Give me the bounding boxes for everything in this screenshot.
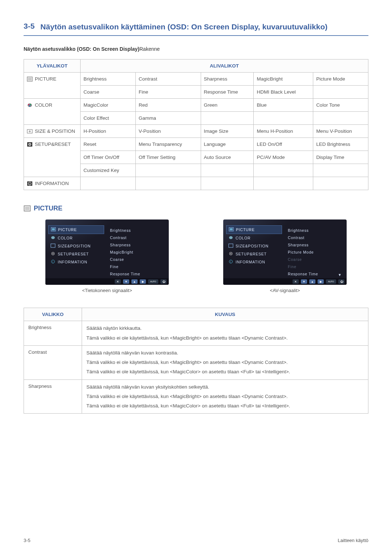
osd-sub-item: Coarse bbox=[110, 256, 166, 263]
info-icon: i bbox=[228, 259, 233, 264]
footer-right: Laitteen käyttö bbox=[338, 538, 368, 543]
svg-point-17 bbox=[51, 236, 55, 239]
footer-left: 3-5 bbox=[24, 538, 30, 543]
enter-icon: ▶ bbox=[318, 279, 324, 284]
power-icon: ⏻ bbox=[160, 279, 167, 284]
osd-sub-item: MagicBright bbox=[110, 249, 166, 256]
info-icon: i bbox=[50, 259, 56, 264]
color-icon bbox=[27, 103, 33, 108]
svg-point-25 bbox=[229, 236, 233, 239]
svg-rect-16 bbox=[52, 228, 55, 230]
gear-icon bbox=[228, 251, 233, 256]
osd-menu-item: PICTURE bbox=[226, 225, 282, 234]
osd-sub-item: Contrast bbox=[288, 234, 344, 241]
section-picture-heading: PICTURE bbox=[24, 205, 368, 212]
subheading-normal: Rakenne bbox=[139, 46, 160, 52]
picture-icon bbox=[24, 205, 31, 212]
osd-sub-item: Brightness bbox=[288, 227, 344, 234]
table-header-menu: VALIKKO bbox=[24, 308, 82, 321]
subheading: Näytön asetusvalikko (OSD: On Screen Dis… bbox=[24, 46, 368, 52]
close-icon: ✕ bbox=[293, 279, 299, 284]
picture-icon bbox=[229, 227, 234, 231]
table-row: SETUP&RESET Reset Menu Transparency Lang… bbox=[24, 138, 368, 151]
osd-menu-item: SETUP&RESET bbox=[226, 250, 282, 258]
menu-picture-label: PICTURE bbox=[27, 76, 77, 82]
osd-sub-item: Sharpness bbox=[288, 241, 344, 249]
menu-setup-label: SETUP&RESET bbox=[27, 141, 77, 147]
menu-structure-table: YLÄVALIKOT ALIVALIKOT PICTURE Brightness… bbox=[24, 59, 368, 190]
menu-name: Sharpness bbox=[24, 379, 82, 414]
svg-rect-1 bbox=[28, 78, 32, 81]
description-table: VALIKKO KUVAUS Brightness Säätää näytön … bbox=[24, 308, 368, 414]
osd-menu-item: COLOR bbox=[226, 234, 282, 242]
table-header-top: YLÄVALIKOT bbox=[24, 59, 81, 73]
section-title: Näytön asetusvalikon käyttäminen (OSD: O… bbox=[40, 22, 327, 32]
table-row: COLOR MagicColor Red Green Blue Color To… bbox=[24, 99, 368, 112]
svg-text:i: i bbox=[53, 260, 53, 263]
power-icon: ⏻ bbox=[338, 279, 344, 284]
text: INFORMATION bbox=[35, 181, 69, 186]
menu-size-label: SIZE & POSITION bbox=[27, 128, 77, 134]
info-icon: i bbox=[27, 181, 33, 186]
osd-av-preview: PICTURE COLOR SIZE&POSITION SETUP&RESET … bbox=[223, 219, 347, 293]
page-title: 3-5 Näytön asetusvalikon käyttäminen (OS… bbox=[24, 22, 368, 36]
gear-icon bbox=[27, 142, 33, 147]
svg-point-5 bbox=[29, 106, 30, 107]
down-icon: ▼ bbox=[123, 279, 129, 284]
enter-icon: ▶ bbox=[140, 279, 146, 284]
table-row: PICTURE Brightness Contrast Sharpness Ma… bbox=[24, 73, 368, 86]
gear-icon bbox=[50, 251, 56, 256]
menu-desc: Säätää näytöllä näkyvän kuvan yksityisko… bbox=[82, 379, 368, 414]
osd-menu-item: SETUP&RESET bbox=[48, 250, 104, 258]
menu-desc: Säätää näytön kirkkautta. Tämä valikko e… bbox=[82, 321, 368, 346]
table-header-desc: KUVAUS bbox=[82, 308, 368, 321]
section-number: 3-5 bbox=[24, 22, 34, 30]
svg-rect-24 bbox=[230, 228, 233, 230]
svg-point-4 bbox=[30, 104, 31, 105]
table-row: Brightness Säätää näytön kirkkautta. Täm… bbox=[24, 321, 368, 346]
page-footer: 3-5 Laitteen käyttö bbox=[24, 538, 368, 543]
subheading-bold: Näytön asetusvalikko (OSD: On Screen Dis… bbox=[24, 46, 139, 52]
svg-rect-26 bbox=[229, 244, 233, 247]
osd-sub-item: Fine bbox=[110, 263, 166, 270]
svg-rect-18 bbox=[51, 244, 55, 247]
osd-menu-item: i INFORMATION bbox=[48, 258, 104, 266]
svg-point-3 bbox=[28, 104, 29, 105]
osd-sub-item: Coarse bbox=[288, 256, 344, 263]
osd-sub-item: Sharpness bbox=[110, 241, 166, 249]
osd-sub-item: Response Time bbox=[110, 270, 166, 278]
text: COLOR bbox=[35, 102, 52, 108]
svg-point-20 bbox=[53, 253, 54, 254]
table-row: i INFORMATION bbox=[24, 177, 368, 190]
text: SETUP&RESET bbox=[35, 141, 71, 147]
close-icon: ✕ bbox=[115, 279, 121, 284]
osd-sub-item: Picture Mode bbox=[288, 249, 344, 256]
svg-point-9 bbox=[29, 144, 30, 145]
osd-pc-preview: PICTURE COLOR SIZE&POSITION SETUP&RESET … bbox=[45, 219, 169, 293]
up-icon: ▲ bbox=[131, 279, 138, 284]
auto-label: AUTO bbox=[148, 279, 158, 284]
down-icon: ▼ bbox=[301, 279, 307, 284]
size-icon bbox=[228, 243, 233, 248]
osd-caption-av: <AV-signaalit> bbox=[223, 288, 347, 293]
osd-menu-item: SIZE&POSITION bbox=[226, 242, 282, 250]
osd-sub-item: Contrast bbox=[110, 234, 166, 241]
text: SIZE & POSITION bbox=[35, 128, 75, 134]
osd-sub-item: Brightness bbox=[110, 227, 166, 234]
table-header-sub: ALIVALIKOT bbox=[81, 59, 368, 73]
menu-desc: Säätää näytöllä näkyvän kuvan kontrastia… bbox=[82, 345, 368, 379]
table-row: Contrast Säätää näytöllä näkyvän kuvan k… bbox=[24, 345, 368, 379]
table-row: Sharpness Säätää näytöllä näkyvän kuvan … bbox=[24, 379, 368, 414]
menu-name: Brightness bbox=[24, 321, 82, 346]
text: PICTURE bbox=[35, 76, 56, 82]
osd-bottom-bar: ✕ ▼ ▲ ▶ AUTO ⏻ bbox=[45, 278, 169, 285]
table-row: SIZE & POSITION H-Position V-Position Im… bbox=[24, 125, 368, 138]
text: PICTURE bbox=[34, 205, 62, 212]
osd-menu-item: PICTURE bbox=[48, 225, 104, 234]
svg-rect-14 bbox=[25, 207, 29, 210]
osd-previews: PICTURE COLOR SIZE&POSITION SETUP&RESET … bbox=[24, 219, 368, 293]
color-icon bbox=[50, 235, 56, 240]
menu-info-label: i INFORMATION bbox=[27, 181, 77, 186]
osd-sub-item: Response Time bbox=[288, 270, 344, 278]
osd-sub-item: Fine bbox=[288, 263, 344, 270]
